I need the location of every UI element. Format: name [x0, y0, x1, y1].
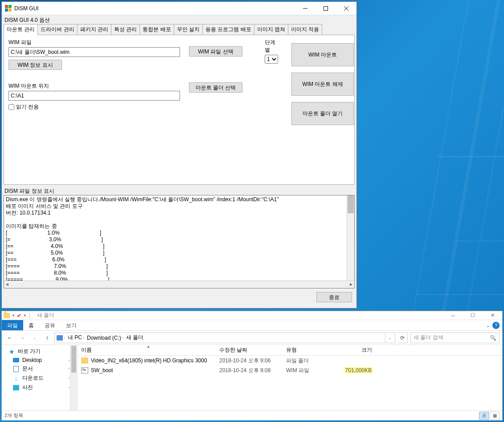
window-title: DISM GUI	[14, 5, 295, 12]
nav-up-button[interactable]: ↑	[42, 333, 53, 343]
col-header-size[interactable]: 크기	[332, 346, 376, 354]
ribbon-tab-home[interactable]: 홈	[23, 320, 39, 330]
navigation-bar: ← → ⌄ ↑ › 내 PC› Download (C:)› 새 폴더 ⌄ ⟳ …	[2, 331, 502, 345]
col-header-type[interactable]: 유형	[283, 346, 332, 354]
help-icon[interactable]: ?	[492, 322, 500, 329]
explorer-title-bar[interactable]: ▾ ✔ ▾ 새 폴더 ─ ☐ ✕	[2, 311, 502, 320]
tab-feature[interactable]: 특성 관리	[111, 24, 140, 35]
explorer-title: 새 폴더	[37, 312, 443, 319]
star-icon: ★	[8, 349, 15, 355]
file-type: WIM 파일	[283, 367, 332, 374]
file-list-pane: ▲ 이름 수정한 날짜 유형 크기 Video_IN2_x64(1805) in…	[78, 345, 502, 410]
column-headers[interactable]: ▲ 이름 수정한 날짜 유형 크기	[78, 345, 502, 356]
explorer-close-button[interactable]: ✕	[483, 311, 502, 320]
file-row[interactable]: Video_IN2_x64(1805) intel(R) HD Graphics…	[78, 356, 502, 365]
tab-mount[interactable]: 마운트 관리	[4, 24, 38, 35]
minimize-button[interactable]	[295, 2, 316, 15]
mount-location-input[interactable]	[8, 91, 180, 101]
download-icon: ↓	[12, 375, 20, 381]
ribbon-tab-view[interactable]: 보기	[61, 320, 82, 330]
dism-gui-window: DISM GUI DISM GUI 4.0 옵션 마운트 관리 드라이버 관리 …	[1, 1, 357, 308]
tab-panel-mount: WIM 파일 WIM 정보 표시 WIM 마운트 위치 읽기 전용 WIM 파일…	[4, 35, 355, 185]
title-bar[interactable]: DISM GUI	[2, 2, 356, 15]
file-type: 파일 폴더	[283, 357, 332, 365]
stage-label: 단계별	[265, 39, 278, 54]
tab-integrate[interactable]: 통합본 배포	[139, 24, 174, 35]
nav-history-dropdown[interactable]: ⌄	[29, 333, 40, 343]
tab-package[interactable]: 패키지 관리	[77, 24, 111, 35]
maximize-button[interactable]	[316, 2, 336, 15]
mount-location-label: WIM 마운트 위치	[8, 82, 184, 90]
readonly-label: 읽기 전용	[16, 103, 39, 111]
file-row[interactable]: SW_boot 2018-10-24 오후 9:08 WIM 파일 701,00…	[78, 365, 502, 375]
nav-documents[interactable]: 문서 📌	[2, 364, 77, 373]
tab-apply[interactable]: 이미지 적용	[288, 24, 322, 35]
qat-dropdown-icon[interactable]: ▾	[12, 313, 15, 317]
output-vertical-scrollbar[interactable]	[347, 195, 354, 280]
wim-info-button[interactable]: WIM 정보 표시	[8, 60, 62, 70]
wim-select-button[interactable]: WIM 파일 선택	[189, 46, 242, 57]
ribbon-tab-file[interactable]: 파일	[2, 320, 23, 330]
app-icon	[4, 5, 12, 12]
wim-icon	[81, 367, 88, 373]
tab-unattend[interactable]: 무인 설치	[174, 24, 203, 35]
ribbon-expand-icon[interactable]: ⌄	[486, 323, 490, 328]
readonly-checkbox[interactable]	[8, 104, 14, 110]
refresh-button[interactable]: ⟳	[397, 333, 408, 343]
output-label: DISM 파일 정보 표시	[2, 185, 356, 195]
view-icons-button[interactable]: ▦	[490, 412, 500, 420]
output-text: Dism.exe 이 명령줄에서 실행 중입니다./Mount-WIM /Wim…	[6, 196, 279, 288]
pc-icon	[57, 335, 63, 341]
close-button[interactable]	[336, 2, 356, 15]
output-horizontal-scrollbar[interactable]: ◄►	[4, 280, 354, 288]
folder-icon	[4, 313, 10, 318]
tab-driver[interactable]: 드라이버 관리	[37, 24, 77, 35]
wim-file-input[interactable]	[8, 47, 180, 57]
nav-quick-access[interactable]: ★ 바로 가기	[2, 347, 77, 356]
ribbon-tab-strip: 파일 홈 공유 보기 ⌄ ?	[2, 320, 502, 331]
pictures-icon	[13, 385, 19, 390]
sort-indicator-icon: ▲	[147, 345, 150, 349]
file-name: SW_boot	[91, 367, 113, 373]
open-mount-folder-button[interactable]: 마운트 폴더 열기	[291, 102, 354, 125]
address-bar[interactable]: › 내 PC› Download (C:)› 새 폴더 ⌄	[54, 333, 395, 343]
nav-desktop[interactable]: Desktop 📌	[2, 356, 77, 364]
explorer-minimize-button[interactable]: ─	[443, 311, 463, 320]
dism-output-textarea[interactable]: Dism.exe 이 명령줄에서 실행 중입니다./Mount-WIM /Wim…	[4, 195, 355, 288]
breadcrumb-folder: 새 폴더	[125, 334, 144, 341]
address-dropdown-icon[interactable]: ⌄	[385, 333, 394, 343]
file-name: Video_IN2_x64(1805) intel(R) HD Graphics…	[91, 357, 207, 364]
navigation-pane[interactable]: ★ 바로 가기 Desktop 📌 문서 📌 ↓ 다운로드 📌 사진	[2, 345, 78, 410]
wim-unmount-button[interactable]: WIM 마운트 해제	[291, 73, 354, 96]
nav-pictures[interactable]: 사진 📌	[2, 383, 77, 392]
exit-button[interactable]: 종료	[316, 292, 352, 302]
wim-file-label: WIM 파일	[8, 39, 184, 46]
nav-back-button[interactable]: ←	[4, 333, 15, 343]
col-header-date[interactable]: 수정한 날짜	[216, 346, 283, 354]
breadcrumb-drive: Download (C:)›	[86, 335, 124, 341]
status-text: 2개 항목	[4, 412, 23, 419]
folder-icon	[81, 357, 88, 364]
navpane-scrollbar[interactable]	[70, 345, 77, 410]
document-icon	[13, 366, 19, 372]
stage-select[interactable]: 1	[265, 55, 278, 64]
ribbon-tab-share[interactable]: 공유	[39, 320, 61, 330]
status-bar: 2개 항목 ☰ ▦	[2, 410, 502, 420]
view-details-button[interactable]: ☰	[479, 412, 489, 420]
tab-capture[interactable]: 이미지 캡쳐	[254, 24, 288, 35]
tab-app-deploy[interactable]: 응용 프로그램 배포	[202, 24, 254, 35]
qat-overflow-icon[interactable]: ▾	[23, 313, 27, 317]
nav-downloads[interactable]: ↓ 다운로드 📌	[2, 373, 77, 383]
qat-check-icon[interactable]: ✔	[17, 312, 21, 319]
nav-forward-button[interactable]: →	[17, 333, 28, 343]
search-input[interactable]: 새 폴더 검색 🔍	[410, 333, 500, 343]
search-icon: 🔍	[490, 335, 496, 341]
wim-mount-button[interactable]: WIM 마운트	[291, 43, 354, 66]
explorer-window: ▾ ✔ ▾ 새 폴더 ─ ☐ ✕ 파일 홈 공유 보기 ⌄ ? ← → ⌄ ↑ …	[1, 311, 503, 421]
breadcrumb-pc: 내 PC›	[67, 334, 85, 341]
readonly-checkbox-row[interactable]: 읽기 전용	[8, 103, 184, 111]
mount-folder-select-button[interactable]: 마운트 폴더 선택	[189, 82, 242, 93]
svg-rect-1	[324, 6, 328, 10]
file-size: 701,000KB	[332, 367, 376, 373]
explorer-maximize-button[interactable]: ☐	[463, 311, 483, 320]
